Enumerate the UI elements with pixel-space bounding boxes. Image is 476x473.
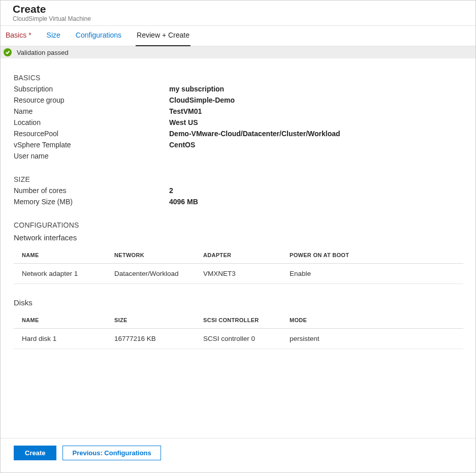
kv-label: Number of cores xyxy=(14,186,169,195)
col-scsi: SCSI CONTROLLER xyxy=(199,312,285,329)
tabs: Basics * Size Configurations Review + Cr… xyxy=(1,26,475,46)
check-icon xyxy=(4,48,12,56)
kv-label: vSphere Template xyxy=(14,141,169,149)
validation-bar: Validation passed xyxy=(1,46,475,58)
tab-basics-flag: * xyxy=(28,31,31,39)
table-row: Hard disk 1 16777216 KB SCSI controller … xyxy=(14,329,463,349)
create-button[interactable]: Create xyxy=(14,446,56,460)
kv-label: ResourcePool xyxy=(14,130,169,138)
tab-basics[interactable]: Basics * xyxy=(5,26,33,46)
col-adapter: ADAPTER xyxy=(199,247,285,264)
cell-network: Datacenter/Workload xyxy=(110,264,199,284)
kv-value: West US xyxy=(169,118,198,127)
kv-resource-group: Resource group CloudSimple-Demo xyxy=(14,96,463,104)
review-content: BASICS Subscription my subscription Reso… xyxy=(1,58,475,438)
network-interfaces-heading: Network interfaces xyxy=(14,233,463,242)
kv-memory: Memory Size (MB) 4096 MB xyxy=(14,198,463,206)
kv-value: Demo-VMware-Cloud/Datacenter/Cluster/Wor… xyxy=(169,130,340,138)
cell-power: Enable xyxy=(285,264,463,284)
kv-value: CloudSimple-Demo xyxy=(169,96,235,104)
kv-name: Name TestVM01 xyxy=(14,107,463,115)
kv-resource-pool: ResourcePool Demo-VMware-Cloud/Datacente… xyxy=(14,130,463,138)
kv-label: Resource group xyxy=(14,96,169,104)
kv-value: 2 xyxy=(169,186,173,195)
tab-basics-label: Basics xyxy=(6,31,26,39)
kv-label: User name xyxy=(14,152,169,160)
header: Create CloudSimple Virtual Machine xyxy=(1,1,475,25)
table-header-row: NAME NETWORK ADAPTER POWER ON AT BOOT xyxy=(14,247,463,264)
tab-review-create[interactable]: Review + Create xyxy=(136,26,191,46)
cell-size: 16777216 KB xyxy=(110,329,199,349)
col-name: NAME xyxy=(14,247,110,264)
col-name: NAME xyxy=(14,312,110,329)
section-basics-title: BASICS xyxy=(14,74,463,82)
kv-vsphere-template: vSphere Template CentOS xyxy=(14,141,463,149)
kv-value: CentOS xyxy=(169,141,195,149)
cell-scsi: SCSI controller 0 xyxy=(199,329,285,349)
cell-name: Network adapter 1 xyxy=(14,264,110,284)
footer: Create Previous: Configurations xyxy=(1,438,475,472)
page-subtitle: CloudSimple Virtual Machine xyxy=(13,15,471,22)
cell-mode: persistent xyxy=(285,329,463,349)
kv-label: Name xyxy=(14,107,169,115)
kv-value: 4096 MB xyxy=(169,198,198,206)
kv-subscription: Subscription my subscription xyxy=(14,85,463,93)
disks-heading: Disks xyxy=(14,298,463,307)
page-title: Create xyxy=(13,3,471,15)
kv-user-name: User name xyxy=(14,152,463,160)
cell-name: Hard disk 1 xyxy=(14,329,110,349)
section-config-title: CONFIGURATIONS xyxy=(14,221,463,229)
table-row: Network adapter 1 Datacenter/Workload VM… xyxy=(14,264,463,284)
col-size: SIZE xyxy=(110,312,199,329)
kv-cores: Number of cores 2 xyxy=(14,186,463,195)
col-network: NETWORK xyxy=(110,247,199,264)
kv-label: Memory Size (MB) xyxy=(14,198,169,206)
tab-size[interactable]: Size xyxy=(46,26,61,46)
cell-adapter: VMXNET3 xyxy=(199,264,285,284)
network-interfaces-table: NAME NETWORK ADAPTER POWER ON AT BOOT Ne… xyxy=(14,247,463,284)
kv-location: Location West US xyxy=(14,118,463,127)
section-size-title: SIZE xyxy=(14,175,463,183)
previous-button[interactable]: Previous: Configurations xyxy=(62,446,161,460)
col-power: POWER ON AT BOOT xyxy=(285,247,463,264)
kv-value: my subscription xyxy=(169,85,224,93)
col-mode: MODE xyxy=(285,312,463,329)
validation-text: Validation passed xyxy=(17,49,69,56)
kv-label: Subscription xyxy=(14,85,169,93)
kv-label: Location xyxy=(14,118,169,127)
kv-value: TestVM01 xyxy=(169,107,202,115)
tab-configurations[interactable]: Configurations xyxy=(75,26,122,46)
disks-table: NAME SIZE SCSI CONTROLLER MODE Hard disk… xyxy=(14,312,463,349)
table-header-row: NAME SIZE SCSI CONTROLLER MODE xyxy=(14,312,463,329)
